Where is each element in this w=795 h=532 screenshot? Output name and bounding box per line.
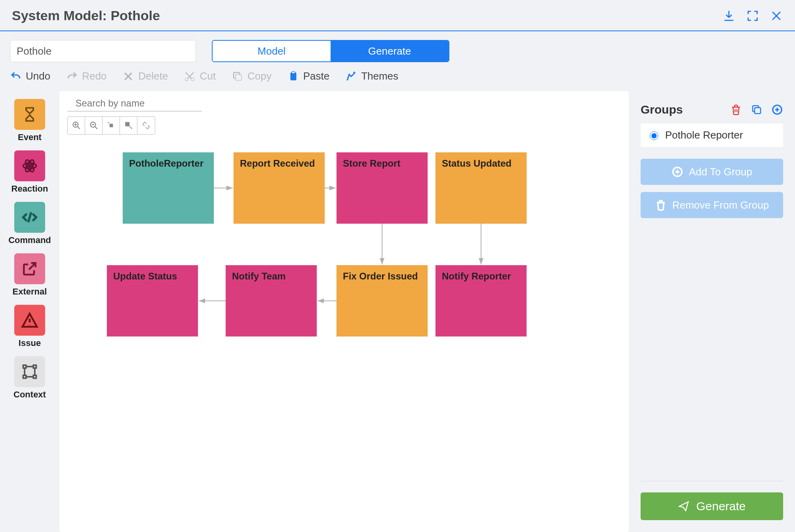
paste-button[interactable]: Paste [287,70,330,82]
model-name-input[interactable] [10,40,196,62]
copy-button[interactable]: Copy [232,70,272,82]
node-reporter[interactable]: PotholeReporter [123,152,214,224]
undo-icon [10,70,22,82]
palette: Event Reaction Command External Issue Co… [0,91,59,532]
trash-icon [655,199,667,211]
delete-icon [122,70,134,82]
svg-rect-12 [33,375,36,378]
atom-icon [21,157,38,175]
palette-event[interactable]: Event [14,99,45,142]
paste-icon [287,70,299,82]
add-group-icon[interactable] [771,104,783,116]
group-radio[interactable] [650,131,658,140]
hourglass-icon [21,106,38,123]
fullscreen-icon[interactable] [746,9,759,23]
svg-rect-4 [292,71,295,73]
group-item-pothole-reporter[interactable]: Pothole Reporter [641,124,783,147]
toolbar-top: Model Generate [0,31,795,66]
svg-point-0 [185,78,188,81]
palette-external[interactable]: External [13,253,47,297]
external-link-icon [21,260,38,277]
svg-point-1 [191,78,194,81]
tab-generate[interactable]: Generate [331,41,449,61]
palette-reaction[interactable]: Reaction [11,150,48,194]
svg-rect-9 [23,365,26,368]
svg-rect-11 [23,375,26,378]
themes-icon [345,70,357,82]
groups-heading: Groups [641,103,683,116]
palette-context[interactable]: Context [13,356,46,400]
delete-group-icon[interactable] [730,104,742,116]
redo-button[interactable]: Redo [66,70,107,82]
remove-from-group-button[interactable]: Remove From Group [641,192,783,218]
close-icon[interactable] [770,9,783,23]
node-fixorder[interactable]: Fix Order Issued [337,265,428,336]
node-store[interactable]: Store Report [337,152,428,224]
toolbar-actions: Undo Redo Delete Cut Copy Paste Themes [0,66,795,91]
download-icon[interactable] [722,9,736,23]
code-icon [21,209,38,226]
palette-command[interactable]: Command [8,202,51,245]
duplicate-group-icon[interactable] [751,104,763,116]
titlebar: System Model: Pothole [0,0,795,31]
svg-rect-2 [236,74,242,80]
svg-rect-24 [755,108,761,114]
title-actions [722,9,783,23]
undo-button[interactable]: Undo [10,70,50,82]
cut-icon [184,70,196,82]
node-statusupd[interactable]: Status Updated [436,152,527,224]
node-updatestatus[interactable]: Update Status [107,265,198,336]
node-notifyteam[interactable]: Notify Team [226,265,317,336]
svg-rect-10 [33,365,36,368]
canvas[interactable]: PotholeReporter Report Received Store Re… [59,91,629,532]
warning-icon [21,312,38,329]
send-icon [678,500,690,512]
node-received[interactable]: Report Received [234,152,325,224]
generate-button[interactable]: Generate [641,492,783,520]
delete-button[interactable]: Delete [122,70,168,82]
main-area: Event Reaction Command External Issue Co… [0,91,795,532]
plus-circle-icon [671,166,683,178]
palette-issue[interactable]: Issue [14,305,45,348]
copy-icon [232,70,243,82]
bounding-box-icon [21,363,38,380]
groups-panel: Groups Pothole Reporter Add To Group Rem… [629,91,795,532]
themes-button[interactable]: Themes [345,70,398,82]
tab-model[interactable]: Model [213,41,331,61]
add-to-group-button[interactable]: Add To Group [641,159,783,185]
svg-point-5 [28,164,31,167]
cut-button[interactable]: Cut [184,70,215,82]
redo-icon [66,70,78,82]
window-title: System Model: Pothole [12,8,160,23]
mode-segmented: Model Generate [212,40,449,62]
node-notifyrep[interactable]: Notify Reporter [436,265,527,336]
